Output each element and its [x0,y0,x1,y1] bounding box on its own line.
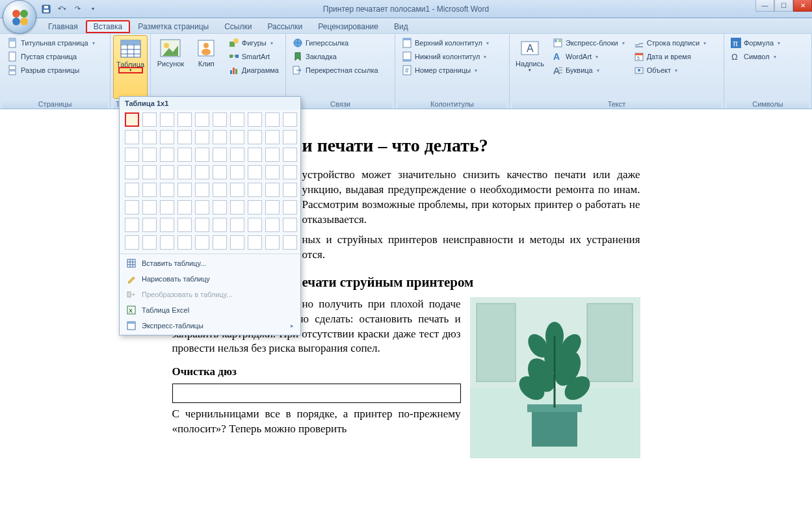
footer-button[interactable]: Нижний колонтитул▾ [399,50,491,63]
blank-page-button[interactable]: Пустая страница [5,50,98,63]
grid-cell[interactable] [142,218,157,232]
grid-cell[interactable] [265,235,280,250]
grid-cell[interactable] [283,200,297,215]
tab-mail[interactable]: Рассылки [259,20,310,33]
grid-cell[interactable] [160,200,174,215]
sigline-button[interactable]: Строка подписи▾ [631,36,709,49]
close-button[interactable]: ✕ [793,0,812,12]
grid-cell[interactable] [177,130,192,144]
undo-icon[interactable]: ↶▾ [56,3,68,15]
grid-cell[interactable] [125,148,139,162]
grid-cell[interactable] [265,183,280,197]
grid-cell[interactable] [248,130,262,144]
grid-cell[interactable] [195,200,209,215]
grid-cell[interactable] [213,235,227,250]
grid-cell[interactable] [125,183,139,197]
menu-draw-table[interactable]: Нарисовать таблицу [120,271,300,287]
grid-cell[interactable] [248,165,262,179]
tab-layout[interactable]: Разметка страницы [130,20,216,33]
grid-cell[interactable] [283,235,297,250]
grid-cell[interactable] [177,165,192,179]
grid-cell[interactable] [213,218,227,232]
grid-cell[interactable] [142,130,157,144]
maximize-button[interactable]: ☐ [774,0,793,12]
office-button[interactable] [3,0,36,34]
wordart-button[interactable]: AWordArt▾ [550,50,627,63]
grid-cell[interactable] [248,112,262,127]
grid-cell[interactable] [125,200,139,215]
grid-cell[interactable] [283,148,297,162]
grid-cell[interactable] [160,165,174,179]
grid-cell[interactable] [142,235,157,250]
grid-cell[interactable] [213,165,227,179]
pageno-button[interactable]: #Номер страницы▾ [399,64,491,77]
cover-page-button[interactable]: Титульная страница▾ [5,36,98,49]
grid-cell[interactable] [177,200,192,215]
grid-cell[interactable] [195,130,209,144]
grid-cell[interactable] [248,200,262,215]
grid-cell[interactable] [248,183,262,197]
table-button[interactable]: Таблица ▾ [113,35,148,99]
grid-cell[interactable] [283,165,297,179]
grid-cell[interactable] [230,235,244,250]
grid-cell[interactable] [177,183,192,197]
grid-cell[interactable] [283,183,297,197]
grid-cell[interactable] [230,218,244,232]
grid-cell[interactable] [230,183,244,197]
grid-cell[interactable] [283,112,297,127]
grid-cell[interactable] [265,200,280,215]
dropcap-button[interactable]: AБуквица▾ [550,64,627,77]
equation-button[interactable]: πФормула▾ [728,36,783,49]
grid-cell[interactable] [248,235,262,250]
grid-cell[interactable] [160,112,174,127]
grid-cell[interactable] [142,165,157,179]
grid-cell[interactable] [125,165,139,179]
tab-review[interactable]: Рецензирование [310,20,386,33]
grid-cell[interactable] [160,130,174,144]
menu-insert-table[interactable]: Вставить таблицу... [120,255,300,271]
grid-cell[interactable] [160,218,174,232]
menu-excel-table[interactable]: XТаблица Excel [120,302,300,318]
crossref-button[interactable]: Перекрестная ссылка [290,64,381,77]
grid-cell[interactable] [177,218,192,232]
grid-cell[interactable] [265,165,280,179]
page-break-button[interactable]: Разрыв страницы [5,64,98,77]
textbox-button[interactable]: AНадпись▾ [512,35,547,99]
grid-cell[interactable] [265,130,280,144]
chart-button[interactable]: Диаграмма [226,64,282,77]
hyperlink-button[interactable]: Гиперссылка [290,36,381,49]
datetime-button[interactable]: 5Дата и время [631,50,709,63]
menu-quick-tables[interactable]: Экспресс-таблицы▸ [120,318,300,333]
save-icon[interactable] [40,3,52,15]
doc-image-plant[interactable] [470,297,640,458]
tab-refs[interactable]: Ссылки [216,20,259,33]
grid-cell[interactable] [265,218,280,232]
grid-cell[interactable] [177,112,192,127]
symbol-button[interactable]: ΩСимвол▾ [728,50,783,63]
smartart-button[interactable]: SmartArt [226,50,282,63]
header-button[interactable]: Верхний колонтитул▾ [399,36,491,49]
bookmark-button[interactable]: Закладка [290,50,381,63]
grid-cell[interactable] [213,130,227,144]
grid-cell[interactable] [195,183,209,197]
tab-view[interactable]: Вид [386,20,416,33]
grid-cell[interactable] [283,130,297,144]
grid-cell[interactable] [125,218,139,232]
tab-home[interactable]: Главная [40,20,86,33]
grid-cell[interactable] [248,148,262,162]
grid-cell[interactable] [213,183,227,197]
grid-cell[interactable] [213,112,227,127]
doc-empty-table[interactable] [172,384,461,403]
grid-cell[interactable] [142,200,157,215]
grid-cell[interactable] [177,235,192,250]
grid-cell[interactable] [125,112,139,127]
grid-cell[interactable] [213,148,227,162]
grid-cell[interactable] [230,200,244,215]
grid-cell[interactable] [230,165,244,179]
grid-cell[interactable] [160,148,174,162]
qat-dropdown-icon[interactable]: ▾ [87,3,99,15]
grid-cell[interactable] [195,148,209,162]
minimize-button[interactable]: — [755,0,774,12]
table-dropdown-arrow[interactable]: ▾ [118,67,143,73]
grid-cell[interactable] [230,148,244,162]
